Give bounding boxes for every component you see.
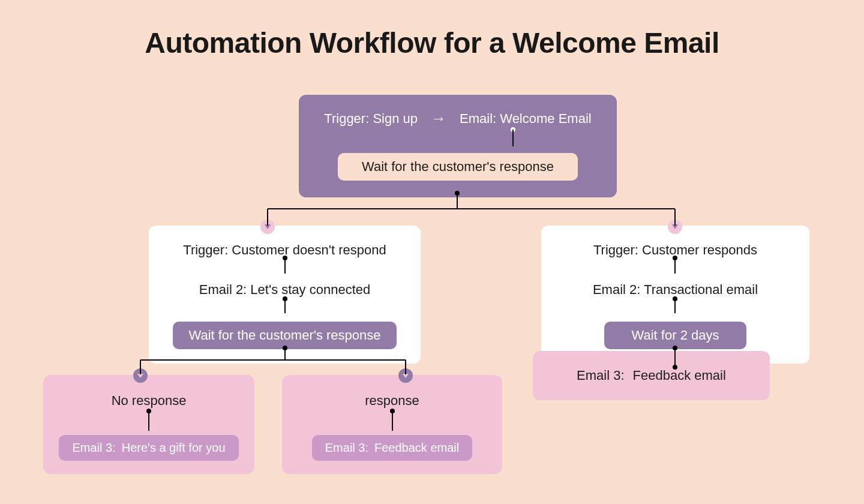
node-no-response-branch: Trigger: Customer doesn't respond Email … — [149, 226, 421, 364]
leaf-b-box: Email 3: Feedback email — [312, 435, 472, 461]
node-leaf-no-response: No response Email 3: Here's a gift for y… — [43, 375, 254, 474]
leaf-a-value: Here's a gift for you — [122, 441, 226, 455]
l2-left-trigger: Trigger: Customer doesn't respond — [162, 242, 407, 258]
arrow-right-icon: → — [431, 109, 446, 128]
leaf-b-top: response — [295, 393, 489, 409]
root-trigger: Trigger: Sign up — [324, 111, 418, 127]
root-email: Email: Welcome Email — [460, 111, 592, 127]
leaf-a-label: Email 3: — [72, 441, 115, 455]
node-leaf-response: response Email 3: Feedback email — [282, 375, 502, 474]
l2-right-email: Email 2: Transactional email — [554, 282, 796, 298]
leaf-c-value: Feedback email — [633, 368, 726, 383]
root-wait-pill: Wait for the customer's response — [338, 153, 578, 181]
l2-left-wait: Wait for the customer's response — [173, 322, 396, 349]
leaf-a-box: Email 3: Here's a gift for you — [59, 435, 238, 461]
node-leaf-right: Email 3: Feedback email — [533, 351, 770, 400]
leaf-c-label: Email 3: — [577, 368, 624, 383]
l2-left-email: Email 2: Let's stay connected — [162, 282, 407, 298]
node-response-branch: Trigger: Customer responds Email 2: Tran… — [541, 226, 809, 364]
arrow-badge-icon — [668, 220, 682, 234]
arrow-badge-icon — [398, 368, 413, 383]
arrow-badge-icon — [133, 368, 148, 383]
l2-right-wait: Wait for 2 days — [604, 322, 747, 349]
arrow-badge-icon — [260, 220, 275, 234]
leaf-b-value: Feedback email — [374, 441, 459, 455]
page-title: Automation Workflow for a Welcome Email — [0, 26, 864, 59]
l2-right-trigger: Trigger: Customer responds — [554, 242, 796, 258]
leaf-a-top: No response — [56, 393, 241, 409]
node-root: Trigger: Sign up → Email: Welcome Email … — [299, 95, 617, 197]
leaf-b-label: Email 3: — [325, 441, 368, 455]
